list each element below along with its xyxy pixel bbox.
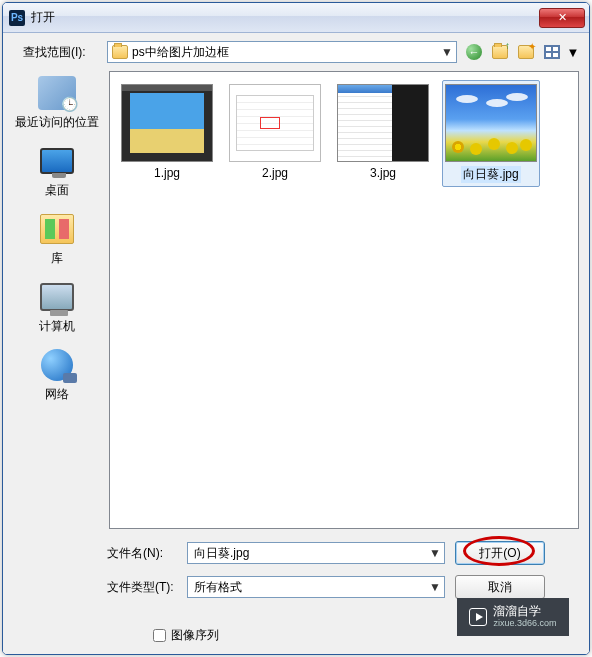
image-sequence-label: 图像序列	[171, 627, 219, 644]
new-folder-icon	[518, 45, 534, 59]
lookin-folder-name: ps中给图片加边框	[132, 44, 436, 61]
place-label: 计算机	[39, 318, 75, 335]
filetype-label: 文件类型(T):	[107, 579, 177, 596]
view-menu-button[interactable]	[541, 41, 563, 63]
file-item-selected[interactable]: 向日葵.jpg	[442, 80, 540, 187]
filetype-value: 所有格式	[194, 579, 428, 596]
place-libraries[interactable]: 库	[13, 211, 101, 267]
filename-label: 文件名(N):	[107, 545, 177, 562]
view-dropdown-arrow[interactable]: ▼	[567, 41, 579, 63]
folder-up-icon	[492, 45, 508, 59]
place-recent[interactable]: 最近访问的位置	[13, 75, 101, 131]
file-thumbnail	[121, 84, 213, 162]
place-desktop[interactable]: 桌面	[13, 143, 101, 199]
computer-icon	[37, 279, 77, 315]
file-thumbnail	[445, 84, 537, 162]
back-icon: ←	[466, 44, 482, 60]
lookin-label: 查找范围(I):	[13, 44, 101, 61]
libraries-icon	[37, 211, 77, 247]
back-button[interactable]: ←	[463, 41, 485, 63]
watermark-text: 溜溜自学 zixue.3d66.com	[493, 605, 556, 628]
file-item[interactable]: 2.jpg	[226, 80, 324, 187]
lookin-combo[interactable]: ps中给图片加边框 ▼	[107, 41, 457, 63]
bottom-panel: 文件名(N): 向日葵.jpg ▼ 打开(O) 文件类型(T): 所有格式 ▼ …	[13, 529, 579, 644]
place-computer[interactable]: 计算机	[13, 279, 101, 335]
up-one-level-button[interactable]	[489, 41, 511, 63]
titlebar: Ps 打开 ✕	[3, 3, 589, 33]
places-bar: 最近访问的位置 桌面 库 计算机 网络	[13, 71, 101, 529]
watermark-url: zixue.3d66.com	[493, 619, 556, 629]
filename-value: 向日葵.jpg	[194, 545, 428, 562]
file-name-label: 1.jpg	[154, 166, 180, 180]
file-thumbnail	[337, 84, 429, 162]
file-name-label: 2.jpg	[262, 166, 288, 180]
filename-combo[interactable]: 向日葵.jpg ▼	[187, 542, 445, 564]
file-name-label: 向日葵.jpg	[461, 166, 520, 183]
close-button[interactable]: ✕	[539, 8, 585, 28]
file-list[interactable]: 1.jpg 2.jpg 3.jpg 向日葵.jpg	[109, 71, 579, 529]
middle-area: 最近访问的位置 桌面 库 计算机 网络	[13, 71, 579, 529]
play-icon	[469, 608, 487, 626]
file-item[interactable]: 1.jpg	[118, 80, 216, 187]
file-item[interactable]: 3.jpg	[334, 80, 432, 187]
place-label: 桌面	[45, 182, 69, 199]
window-title: 打开	[31, 9, 539, 26]
client-area: 查找范围(I): ps中给图片加边框 ▼ ← ▼ 最近访问的位置	[3, 33, 589, 654]
desktop-icon	[37, 143, 77, 179]
photoshop-icon: Ps	[9, 10, 25, 26]
place-label: 库	[51, 250, 63, 267]
recent-icon	[37, 75, 77, 111]
place-network[interactable]: 网络	[13, 347, 101, 403]
lookin-dropdown-arrow[interactable]: ▼	[440, 45, 454, 59]
new-folder-button[interactable]	[515, 41, 537, 63]
network-icon	[37, 347, 77, 383]
filename-dropdown-arrow[interactable]: ▼	[428, 546, 442, 560]
cancel-button[interactable]: 取消	[455, 575, 545, 599]
open-button[interactable]: 打开(O)	[455, 541, 545, 565]
watermark-brand: 溜溜自学	[493, 605, 556, 618]
watermark: 溜溜自学 zixue.3d66.com	[457, 598, 569, 636]
image-sequence-checkbox[interactable]	[153, 629, 166, 642]
open-dialog: Ps 打开 ✕ 查找范围(I): ps中给图片加边框 ▼ ← ▼	[2, 2, 590, 655]
filetype-dropdown-arrow[interactable]: ▼	[428, 580, 442, 594]
filetype-combo[interactable]: 所有格式 ▼	[187, 576, 445, 598]
lookin-row: 查找范围(I): ps中给图片加边框 ▼ ← ▼	[13, 41, 579, 63]
folder-icon	[112, 45, 128, 59]
view-icon	[544, 45, 560, 59]
file-thumbnail	[229, 84, 321, 162]
place-label: 最近访问的位置	[15, 114, 99, 131]
place-label: 网络	[45, 386, 69, 403]
file-name-label: 3.jpg	[370, 166, 396, 180]
filetype-row: 文件类型(T): 所有格式 ▼ 取消	[13, 575, 579, 599]
filename-row: 文件名(N): 向日葵.jpg ▼ 打开(O)	[13, 541, 579, 565]
nav-buttons: ← ▼	[463, 41, 579, 63]
